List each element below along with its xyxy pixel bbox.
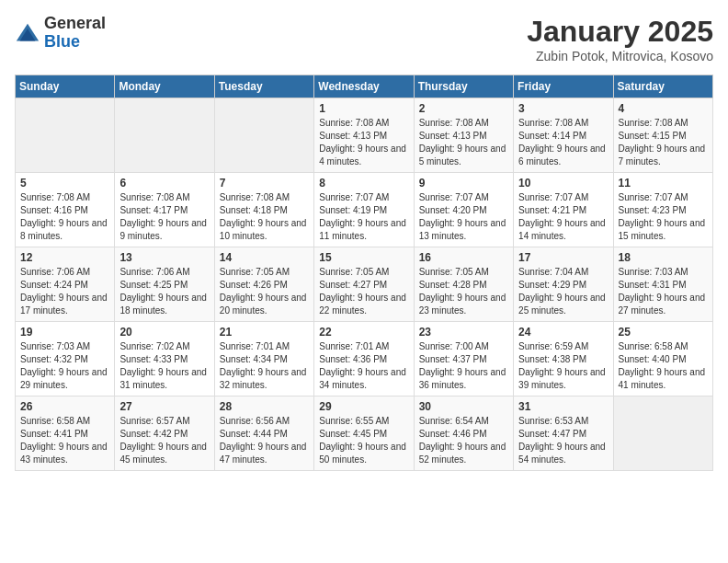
calendar-week-3: 19Sunrise: 7:03 AM Sunset: 4:32 PM Dayli… bbox=[16, 322, 713, 396]
day-number: 29 bbox=[319, 400, 408, 413]
calendar-cell: 3Sunrise: 7:08 AM Sunset: 4:14 PM Daylig… bbox=[514, 98, 613, 173]
day-info: Sunrise: 7:07 AM Sunset: 4:20 PM Dayligh… bbox=[419, 191, 508, 243]
day-number: 30 bbox=[419, 400, 508, 413]
calendar-cell bbox=[16, 98, 115, 173]
day-info: Sunrise: 7:08 AM Sunset: 4:18 PM Dayligh… bbox=[220, 191, 309, 243]
header-friday: Friday bbox=[514, 75, 613, 98]
day-number: 27 bbox=[119, 400, 209, 413]
calendar-cell: 21Sunrise: 7:01 AM Sunset: 4:34 PM Dayli… bbox=[214, 322, 313, 396]
day-number: 20 bbox=[119, 326, 209, 339]
header-sunday: Sunday bbox=[16, 75, 115, 98]
calendar-cell: 24Sunrise: 6:59 AM Sunset: 4:38 PM Dayli… bbox=[514, 322, 613, 396]
calendar-table: Sunday Monday Tuesday Wednesday Thursday… bbox=[15, 75, 713, 471]
day-info: Sunrise: 7:08 AM Sunset: 4:15 PM Dayligh… bbox=[619, 117, 708, 168]
day-info: Sunrise: 7:08 AM Sunset: 4:13 PM Dayligh… bbox=[419, 117, 508, 168]
calendar-header: Sunday Monday Tuesday Wednesday Thursday… bbox=[16, 75, 713, 98]
calendar-subtitle: Zubin Potok, Mitrovica, Kosovo bbox=[527, 49, 713, 63]
calendar-body: 1Sunrise: 7:08 AM Sunset: 4:13 PM Daylig… bbox=[16, 98, 713, 471]
calendar-cell: 9Sunrise: 7:07 AM Sunset: 4:20 PM Daylig… bbox=[414, 173, 513, 247]
day-info: Sunrise: 7:05 AM Sunset: 4:27 PM Dayligh… bbox=[319, 266, 408, 317]
calendar-cell: 10Sunrise: 7:07 AM Sunset: 4:21 PM Dayli… bbox=[514, 173, 613, 247]
day-number: 31 bbox=[518, 400, 608, 413]
calendar-cell bbox=[613, 396, 712, 471]
day-info: Sunrise: 7:05 AM Sunset: 4:26 PM Dayligh… bbox=[220, 266, 309, 317]
calendar-cell: 31Sunrise: 6:53 AM Sunset: 4:47 PM Dayli… bbox=[514, 396, 613, 471]
day-number: 11 bbox=[619, 177, 708, 190]
day-number: 5 bbox=[20, 177, 109, 190]
calendar-cell: 4Sunrise: 7:08 AM Sunset: 4:15 PM Daylig… bbox=[613, 98, 712, 173]
logo-text: General Blue bbox=[44, 15, 106, 52]
calendar-cell: 30Sunrise: 6:54 AM Sunset: 4:46 PM Dayli… bbox=[414, 396, 513, 471]
day-number: 10 bbox=[518, 177, 608, 190]
day-info: Sunrise: 7:01 AM Sunset: 4:34 PM Dayligh… bbox=[220, 340, 309, 392]
calendar-cell: 29Sunrise: 6:55 AM Sunset: 4:45 PM Dayli… bbox=[314, 396, 414, 471]
day-number: 1 bbox=[319, 102, 408, 115]
day-number: 12 bbox=[20, 251, 109, 264]
day-number: 24 bbox=[518, 326, 608, 339]
day-info: Sunrise: 7:08 AM Sunset: 4:13 PM Dayligh… bbox=[319, 117, 408, 168]
day-number: 13 bbox=[119, 251, 209, 264]
calendar-cell: 12Sunrise: 7:06 AM Sunset: 4:24 PM Dayli… bbox=[16, 247, 115, 322]
day-info: Sunrise: 7:08 AM Sunset: 4:14 PM Dayligh… bbox=[518, 117, 608, 168]
calendar-cell: 1Sunrise: 7:08 AM Sunset: 4:13 PM Daylig… bbox=[314, 98, 414, 173]
day-info: Sunrise: 7:05 AM Sunset: 4:28 PM Dayligh… bbox=[419, 266, 508, 317]
day-info: Sunrise: 7:03 AM Sunset: 4:31 PM Dayligh… bbox=[619, 266, 708, 317]
day-info: Sunrise: 6:58 AM Sunset: 4:40 PM Dayligh… bbox=[619, 340, 708, 392]
day-number: 22 bbox=[319, 326, 408, 339]
day-info: Sunrise: 7:07 AM Sunset: 4:21 PM Dayligh… bbox=[518, 191, 608, 243]
day-number: 28 bbox=[220, 400, 309, 413]
day-number: 9 bbox=[419, 177, 508, 190]
header-wednesday: Wednesday bbox=[314, 75, 414, 98]
calendar-cell: 15Sunrise: 7:05 AM Sunset: 4:27 PM Dayli… bbox=[314, 247, 414, 322]
logo-blue: Blue bbox=[44, 33, 106, 52]
header-monday: Monday bbox=[115, 75, 214, 98]
calendar-cell: 19Sunrise: 7:03 AM Sunset: 4:32 PM Dayli… bbox=[16, 322, 115, 396]
header-tuesday: Tuesday bbox=[214, 75, 313, 98]
logo-icon bbox=[15, 20, 40, 46]
calendar-week-1: 5Sunrise: 7:08 AM Sunset: 4:16 PM Daylig… bbox=[16, 173, 713, 247]
day-info: Sunrise: 7:01 AM Sunset: 4:36 PM Dayligh… bbox=[319, 340, 408, 392]
title-block: January 2025 Zubin Potok, Mitrovica, Kos… bbox=[527, 15, 713, 63]
day-number: 6 bbox=[119, 177, 209, 190]
calendar-cell: 5Sunrise: 7:08 AM Sunset: 4:16 PM Daylig… bbox=[16, 173, 115, 247]
calendar-week-2: 12Sunrise: 7:06 AM Sunset: 4:24 PM Dayli… bbox=[16, 247, 713, 322]
day-number: 16 bbox=[419, 251, 508, 264]
day-number: 14 bbox=[220, 251, 309, 264]
day-number: 19 bbox=[20, 326, 109, 339]
calendar-title: January 2025 bbox=[527, 15, 713, 49]
day-number: 23 bbox=[419, 326, 508, 339]
day-info: Sunrise: 7:06 AM Sunset: 4:25 PM Dayligh… bbox=[119, 266, 209, 317]
logo-general: General bbox=[44, 15, 106, 33]
logo: General Blue bbox=[15, 15, 106, 52]
day-info: Sunrise: 6:55 AM Sunset: 4:45 PM Dayligh… bbox=[319, 415, 408, 466]
calendar-cell: 2Sunrise: 7:08 AM Sunset: 4:13 PM Daylig… bbox=[414, 98, 513, 173]
calendar-cell: 14Sunrise: 7:05 AM Sunset: 4:26 PM Dayli… bbox=[214, 247, 313, 322]
day-number: 8 bbox=[319, 177, 408, 190]
day-info: Sunrise: 7:08 AM Sunset: 4:17 PM Dayligh… bbox=[119, 191, 209, 243]
day-number: 7 bbox=[220, 177, 309, 190]
day-number: 25 bbox=[619, 326, 708, 339]
calendar-cell: 20Sunrise: 7:02 AM Sunset: 4:33 PM Dayli… bbox=[115, 322, 214, 396]
calendar-week-4: 26Sunrise: 6:58 AM Sunset: 4:41 PM Dayli… bbox=[16, 396, 713, 471]
day-info: Sunrise: 7:07 AM Sunset: 4:19 PM Dayligh… bbox=[319, 191, 408, 243]
day-info: Sunrise: 7:04 AM Sunset: 4:29 PM Dayligh… bbox=[518, 266, 608, 317]
calendar-cell bbox=[115, 98, 214, 173]
day-number: 26 bbox=[20, 400, 109, 413]
calendar-cell: 18Sunrise: 7:03 AM Sunset: 4:31 PM Dayli… bbox=[613, 247, 712, 322]
calendar-cell: 23Sunrise: 7:00 AM Sunset: 4:37 PM Dayli… bbox=[414, 322, 513, 396]
day-info: Sunrise: 6:53 AM Sunset: 4:47 PM Dayligh… bbox=[518, 415, 608, 466]
day-info: Sunrise: 7:08 AM Sunset: 4:16 PM Dayligh… bbox=[20, 191, 109, 243]
day-info: Sunrise: 6:54 AM Sunset: 4:46 PM Dayligh… bbox=[419, 415, 508, 466]
day-number: 3 bbox=[518, 102, 608, 115]
header-row: Sunday Monday Tuesday Wednesday Thursday… bbox=[16, 75, 713, 98]
day-number: 17 bbox=[518, 251, 608, 264]
calendar-cell: 27Sunrise: 6:57 AM Sunset: 4:42 PM Dayli… bbox=[115, 396, 214, 471]
header-saturday: Saturday bbox=[613, 75, 712, 98]
day-info: Sunrise: 7:00 AM Sunset: 4:37 PM Dayligh… bbox=[419, 340, 508, 392]
day-number: 4 bbox=[619, 102, 708, 115]
calendar-cell: 13Sunrise: 7:06 AM Sunset: 4:25 PM Dayli… bbox=[115, 247, 214, 322]
calendar-cell bbox=[214, 98, 313, 173]
day-info: Sunrise: 7:07 AM Sunset: 4:23 PM Dayligh… bbox=[619, 191, 708, 243]
header-thursday: Thursday bbox=[414, 75, 513, 98]
day-number: 15 bbox=[319, 251, 408, 264]
